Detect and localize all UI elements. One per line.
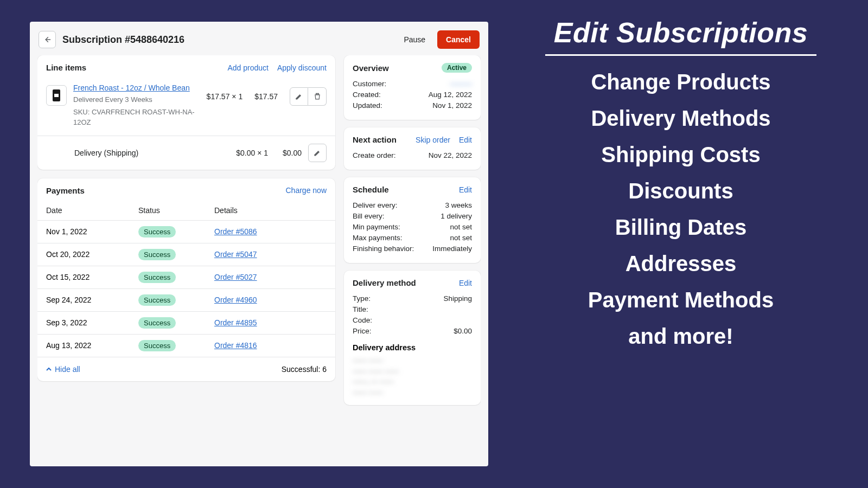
- payment-date: Sep 3, 2022: [46, 318, 138, 327]
- schedule-value: not set: [450, 234, 472, 242]
- payment-date: Aug 13, 2022: [46, 341, 138, 350]
- pause-button[interactable]: Pause: [398, 31, 431, 48]
- edit-next-action-link[interactable]: Edit: [459, 136, 472, 144]
- title-underline: [545, 54, 816, 56]
- overview-customer-label: Customer:: [353, 80, 386, 88]
- charge-now-link[interactable]: Charge now: [286, 186, 327, 195]
- payment-date: Sep 24, 2022: [46, 296, 138, 304]
- col-details: Details: [214, 206, 327, 215]
- delivery-value: Shipping: [443, 294, 472, 303]
- order-link[interactable]: Order #4816: [214, 341, 257, 350]
- shipping-total: $0.00: [275, 149, 302, 157]
- app-header: Subscription #5488640216 Pause Cancel: [37, 29, 481, 55]
- line-item-total: $17.57: [254, 92, 278, 101]
- cancel-button[interactable]: Cancel: [437, 30, 480, 49]
- payment-status-badge: Success: [138, 340, 176, 351]
- marketing-item: and more!: [510, 324, 852, 349]
- payment-row: Oct 15, 2022SuccessOrder #5027: [37, 266, 335, 289]
- order-link[interactable]: Order #5047: [214, 250, 257, 259]
- overview-card: Overview Active Customer:——— Created:Aug…: [344, 55, 481, 120]
- payment-status-badge: Success: [138, 294, 176, 306]
- admin-app-frame: Subscription #5488640216 Pause Cancel Li…: [30, 22, 488, 466]
- line-item-row: French Roast - 12oz / Whole Bean Deliver…: [37, 78, 335, 136]
- edit-line-item-button[interactable]: [290, 87, 308, 106]
- payments-title: Payments: [46, 186, 85, 195]
- order-link[interactable]: Order #4960: [214, 296, 257, 304]
- payment-row: Oct 20, 2022SuccessOrder #5047: [37, 243, 335, 266]
- schedule-value: 3 weeks: [445, 201, 472, 209]
- pencil-icon: [313, 149, 322, 157]
- delivery-key: Code:: [353, 316, 372, 324]
- order-link[interactable]: Order #4895: [214, 318, 257, 327]
- edit-shipping-button[interactable]: [308, 144, 327, 162]
- line-item-cadence: Delivered Every 3 Weeks: [73, 95, 200, 105]
- delivery-address-title: Delivery address: [344, 339, 481, 354]
- trash-icon: [313, 92, 322, 101]
- delivery-key: Title:: [353, 305, 368, 313]
- hide-all-button[interactable]: Hide all: [46, 365, 80, 374]
- schedule-value: Immediately: [432, 245, 472, 253]
- schedule-key: Bill every:: [353, 212, 385, 220]
- overview-customer-value[interactable]: ———: [450, 80, 473, 88]
- marketing-item: Change Products: [510, 70, 852, 94]
- delivery-address: —— ———— —— ————, — ———— ——: [344, 354, 481, 405]
- overview-created-value: Aug 12, 2022: [429, 91, 472, 99]
- line-items-title: Line items: [46, 63, 86, 72]
- payment-status-badge: Success: [138, 272, 176, 283]
- line-items-card: Line items Add product Apply discount Fr…: [37, 55, 335, 170]
- chevron-up-icon: [46, 367, 52, 372]
- pencil-icon: [295, 92, 303, 101]
- schedule-key: Max payments:: [353, 234, 403, 242]
- overview-created-label: Created:: [353, 91, 381, 99]
- payments-successful-count: Successful: 6: [282, 365, 327, 374]
- payment-row: Sep 3, 2022SuccessOrder #4895: [37, 312, 335, 335]
- schedule-key: Finishing behavior:: [353, 245, 414, 253]
- hide-all-label: Hide all: [55, 365, 80, 374]
- payment-status-badge: Success: [138, 226, 176, 237]
- delete-line-item-button[interactable]: [308, 87, 327, 106]
- payment-row: Aug 13, 2022SuccessOrder #4816: [37, 335, 335, 357]
- delivery-method-title: Delivery method: [353, 278, 416, 287]
- marketing-item: Payment Methods: [510, 288, 852, 312]
- skip-order-link[interactable]: Skip order: [416, 136, 450, 144]
- schedule-title: Schedule: [353, 185, 389, 194]
- schedule-key: Deliver every:: [353, 201, 398, 209]
- apply-discount-link[interactable]: Apply discount: [277, 63, 327, 72]
- order-link[interactable]: Order #5027: [214, 273, 257, 281]
- next-action-card: Next action Skip order Edit Create order…: [344, 127, 481, 170]
- shipping-line-row: Delivery (Shipping) $0.00 × 1 $0.00: [37, 136, 335, 170]
- arrow-left-icon: [43, 36, 51, 43]
- delivery-key: Type:: [353, 294, 371, 303]
- payment-row: Sep 24, 2022SuccessOrder #4960: [37, 289, 335, 312]
- marketing-title: Edit Subscriptions: [510, 16, 852, 49]
- payment-date: Oct 15, 2022: [46, 273, 138, 281]
- payment-row: Nov 1, 2022SuccessOrder #5086: [37, 221, 335, 243]
- product-name-link[interactable]: French Roast - 12oz / Whole Bean: [73, 84, 190, 92]
- marketing-item: Shipping Costs: [510, 143, 852, 167]
- schedule-value: not set: [450, 223, 472, 231]
- payments-header-row: Date Status Details: [37, 201, 335, 221]
- add-product-link[interactable]: Add product: [227, 63, 269, 72]
- status-badge: Active: [442, 63, 472, 73]
- col-date: Date: [46, 206, 138, 215]
- overview-updated-value: Nov 1, 2022: [432, 101, 472, 110]
- schedule-card: Schedule Edit Deliver every:3 weeksBill …: [344, 177, 481, 263]
- marketing-item: Delivery Methods: [510, 106, 852, 131]
- create-order-value: Nov 22, 2022: [429, 151, 472, 159]
- shipping-label: Delivery (Shipping): [46, 149, 229, 157]
- page-title: Subscription #5488640216: [62, 34, 392, 46]
- line-item-unit: $17.57 × 1: [207, 92, 243, 101]
- edit-delivery-link[interactable]: Edit: [459, 279, 472, 287]
- order-link[interactable]: Order #5086: [214, 227, 257, 236]
- line-item-sku: SKU: CVARFRENCH ROAST-WH-NA-12OZ: [73, 107, 200, 128]
- back-button[interactable]: [39, 31, 56, 48]
- delivery-key: Price:: [353, 327, 372, 335]
- marketing-item: Discounts: [510, 179, 852, 203]
- marketing-item: Billing Dates: [510, 215, 852, 240]
- marketing-panel: Edit Subscriptions Change ProductsDelive…: [488, 0, 868, 488]
- overview-updated-label: Updated:: [353, 101, 382, 110]
- payment-date: Oct 20, 2022: [46, 250, 138, 259]
- marketing-item: Addresses: [510, 252, 852, 276]
- edit-schedule-link[interactable]: Edit: [459, 185, 472, 194]
- overview-title: Overview: [353, 63, 389, 73]
